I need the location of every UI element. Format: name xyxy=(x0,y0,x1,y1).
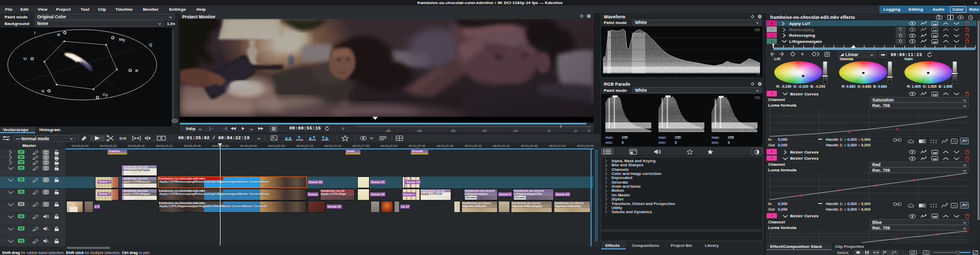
svg-text:0: 0 xyxy=(728,141,730,144)
svg-text:0=0: 0=0 xyxy=(119,136,127,141)
svg-text:-20: -20 xyxy=(450,129,455,133)
svg-text:00:01:12:12: 00:01:12:12 xyxy=(325,144,341,147)
svg-text:00:00:29:00: 00:00:29:00 xyxy=(72,144,89,147)
svg-text:00:00:38:16: 00:00:38:16 xyxy=(128,144,145,147)
svg-text:00:01:41:12: 00:01:41:12 xyxy=(493,144,510,147)
svg-text:R: R xyxy=(57,33,60,37)
svg-text:00:01:56:00: 00:01:56:00 xyxy=(577,144,594,147)
svg-text:Mg: Mg xyxy=(119,37,125,42)
svg-text:00:01:51:04: 00:01:51:04 xyxy=(549,144,566,147)
svg-text:G: G xyxy=(41,89,44,93)
svg-text:00:01:17:08: 00:01:17:08 xyxy=(353,144,370,147)
svg-text:Cy: Cy xyxy=(103,92,108,97)
svg-text:-10: -10 xyxy=(512,129,518,133)
svg-text:max:: max: xyxy=(605,136,614,139)
svg-text:-2: -2 xyxy=(574,129,577,133)
svg-text:00:00:33:20: 00:00:33:20 xyxy=(100,144,117,147)
svg-text:255: 255 xyxy=(675,136,681,139)
svg-text:00:00:48:08: 00:00:48:08 xyxy=(184,144,201,147)
svg-text:00:01:02:20: 00:01:02:20 xyxy=(268,144,285,147)
svg-text:0: 0 xyxy=(588,129,590,133)
svg-text:0: 0 xyxy=(757,72,760,76)
svg-text:Q: Q xyxy=(149,42,152,47)
svg-text:255: 255 xyxy=(728,136,734,139)
svg-text:min:: min: xyxy=(658,141,666,144)
svg-text:0: 0 xyxy=(622,141,624,144)
svg-text:0: 0 xyxy=(675,141,677,144)
svg-text:00:01:22:04: 00:01:22:04 xyxy=(381,144,398,147)
svg-text:-45: -45 xyxy=(385,129,390,133)
svg-text:00:01:46:08: 00:01:46:08 xyxy=(521,144,538,147)
svg-text:255: 255 xyxy=(754,28,760,32)
svg-text:min:: min: xyxy=(712,141,719,144)
svg-text:B: B xyxy=(135,68,138,73)
svg-text:Yl: Yl xyxy=(23,57,27,61)
svg-text:-15: -15 xyxy=(481,129,486,133)
svg-text:00:00:58:00: 00:00:58:00 xyxy=(240,144,257,147)
svg-text:max:: max: xyxy=(712,136,720,139)
svg-text:100: 100 xyxy=(911,251,915,254)
svg-text:00:01:36:16: 00:01:36:16 xyxy=(465,144,482,147)
svg-text:00:00:43:12: 00:00:43:12 xyxy=(156,144,173,147)
svg-text:255: 255 xyxy=(754,96,760,99)
svg-text:max:: max: xyxy=(658,136,667,139)
svg-text:-30: -30 xyxy=(416,129,422,133)
svg-text:I: I xyxy=(34,31,35,35)
svg-text:00:01:27:00: 00:01:27:00 xyxy=(409,144,426,147)
svg-text:-5: -5 xyxy=(547,129,550,133)
svg-text:255: 255 xyxy=(622,136,628,139)
svg-text:min:: min: xyxy=(605,141,613,144)
svg-text:00:01:07:16: 00:01:07:16 xyxy=(297,144,313,147)
svg-text:00:01:31:20: 00:01:31:20 xyxy=(437,144,454,147)
